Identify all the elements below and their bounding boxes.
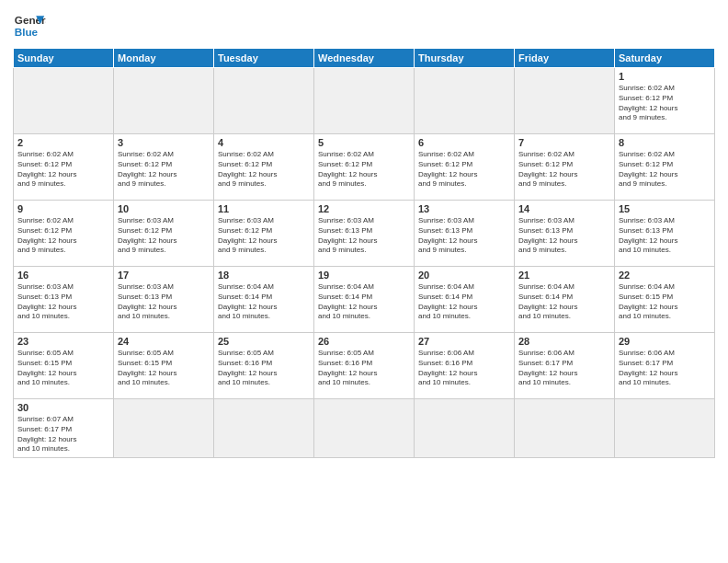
- cell-info: Sunrise: 6:02 AM Sunset: 6:12 PM Dayligh…: [619, 150, 711, 190]
- cell-info: Sunrise: 6:05 AM Sunset: 6:15 PM Dayligh…: [17, 349, 109, 388]
- calendar-cell: 29Sunrise: 6:06 AM Sunset: 6:17 PM Dayli…: [615, 333, 715, 399]
- calendar-week-2: 2Sunrise: 6:02 AM Sunset: 6:12 PM Daylig…: [14, 134, 715, 201]
- calendar-cell: 5Sunrise: 6:02 AM Sunset: 6:12 PM Daylig…: [314, 134, 415, 201]
- cell-info: Sunrise: 6:06 AM Sunset: 6:17 PM Dayligh…: [518, 349, 610, 388]
- cell-info: Sunrise: 6:06 AM Sunset: 6:16 PM Dayligh…: [418, 349, 510, 388]
- calendar-cell: 1Sunrise: 6:02 AM Sunset: 6:12 PM Daylig…: [615, 68, 715, 134]
- cell-info: Sunrise: 6:02 AM Sunset: 6:12 PM Dayligh…: [418, 150, 510, 190]
- calendar-cell: 20Sunrise: 6:04 AM Sunset: 6:14 PM Dayli…: [415, 267, 515, 333]
- calendar-cell: [114, 399, 214, 458]
- cell-info: Sunrise: 6:02 AM Sunset: 6:12 PM Dayligh…: [218, 150, 310, 190]
- day-number: 13: [418, 203, 510, 214]
- day-number: 23: [17, 336, 109, 347]
- cell-info: Sunrise: 6:05 AM Sunset: 6:16 PM Dayligh…: [218, 349, 310, 388]
- cell-info: Sunrise: 6:04 AM Sunset: 6:14 PM Dayligh…: [318, 282, 410, 322]
- cell-info: Sunrise: 6:03 AM Sunset: 6:13 PM Dayligh…: [318, 216, 410, 256]
- calendar-week-3: 9Sunrise: 6:02 AM Sunset: 6:12 PM Daylig…: [14, 201, 715, 267]
- calendar-cell: 4Sunrise: 6:02 AM Sunset: 6:12 PM Daylig…: [214, 134, 314, 201]
- calendar-cell: [415, 399, 515, 458]
- day-number: 6: [418, 137, 510, 148]
- calendar-cell: 24Sunrise: 6:05 AM Sunset: 6:15 PM Dayli…: [114, 333, 214, 399]
- cell-info: Sunrise: 6:07 AM Sunset: 6:17 PM Dayligh…: [17, 415, 109, 454]
- day-number: 3: [118, 137, 210, 148]
- calendar-cell: 9Sunrise: 6:02 AM Sunset: 6:12 PM Daylig…: [14, 201, 114, 267]
- cell-info: Sunrise: 6:03 AM Sunset: 6:13 PM Dayligh…: [619, 216, 711, 256]
- calendar-cell: [314, 68, 415, 134]
- header: General Blue: [13, 9, 715, 42]
- day-number: 2: [17, 137, 109, 148]
- cell-info: Sunrise: 6:03 AM Sunset: 6:12 PM Dayligh…: [218, 216, 310, 256]
- calendar-cell: 13Sunrise: 6:03 AM Sunset: 6:13 PM Dayli…: [415, 201, 515, 267]
- day-number: 18: [218, 270, 310, 281]
- svg-text:Blue: Blue: [15, 26, 39, 38]
- calendar-cell: 10Sunrise: 6:03 AM Sunset: 6:12 PM Dayli…: [114, 201, 214, 267]
- calendar-cell: 14Sunrise: 6:03 AM Sunset: 6:13 PM Dayli…: [515, 201, 615, 267]
- day-of-week-wednesday: Wednesday: [314, 49, 415, 68]
- day-number: 29: [619, 336, 711, 347]
- calendar-week-5: 23Sunrise: 6:05 AM Sunset: 6:15 PM Dayli…: [14, 333, 715, 399]
- calendar-cell: [515, 68, 615, 134]
- logo-icon: General Blue: [13, 9, 46, 42]
- cell-info: Sunrise: 6:04 AM Sunset: 6:14 PM Dayligh…: [418, 282, 510, 322]
- cell-info: Sunrise: 6:06 AM Sunset: 6:17 PM Dayligh…: [619, 349, 711, 388]
- cell-info: Sunrise: 6:02 AM Sunset: 6:12 PM Dayligh…: [118, 150, 210, 190]
- day-number: 8: [619, 137, 711, 148]
- calendar-cell: [615, 399, 715, 458]
- cell-info: Sunrise: 6:03 AM Sunset: 6:13 PM Dayligh…: [518, 216, 610, 256]
- day-number: 16: [17, 270, 109, 281]
- calendar-cell: 11Sunrise: 6:03 AM Sunset: 6:12 PM Dayli…: [214, 201, 314, 267]
- calendar-header-row: SundayMondayTuesdayWednesdayThursdayFrid…: [14, 49, 715, 68]
- calendar-cell: 30Sunrise: 6:07 AM Sunset: 6:17 PM Dayli…: [14, 399, 114, 458]
- cell-info: Sunrise: 6:02 AM Sunset: 6:12 PM Dayligh…: [17, 150, 109, 190]
- day-number: 5: [318, 137, 410, 148]
- day-number: 7: [518, 137, 610, 148]
- day-number: 28: [518, 336, 610, 347]
- calendar-cell: [314, 399, 415, 458]
- day-of-week-monday: Monday: [114, 49, 214, 68]
- calendar-cell: [14, 68, 114, 134]
- calendar-cell: 22Sunrise: 6:04 AM Sunset: 6:15 PM Dayli…: [615, 267, 715, 333]
- calendar-cell: 3Sunrise: 6:02 AM Sunset: 6:12 PM Daylig…: [114, 134, 214, 201]
- calendar-cell: [515, 399, 615, 458]
- calendar-cell: [415, 68, 515, 134]
- cell-info: Sunrise: 6:02 AM Sunset: 6:12 PM Dayligh…: [17, 216, 109, 256]
- calendar-cell: 17Sunrise: 6:03 AM Sunset: 6:13 PM Dayli…: [114, 267, 214, 333]
- calendar-cell: 2Sunrise: 6:02 AM Sunset: 6:12 PM Daylig…: [14, 134, 114, 201]
- day-number: 9: [17, 203, 109, 214]
- logo: General Blue: [13, 9, 46, 42]
- day-number: 21: [518, 270, 610, 281]
- calendar-week-6: 30Sunrise: 6:07 AM Sunset: 6:17 PM Dayli…: [14, 399, 715, 458]
- day-number: 4: [218, 137, 310, 148]
- day-number: 25: [218, 336, 310, 347]
- calendar-week-1: 1Sunrise: 6:02 AM Sunset: 6:12 PM Daylig…: [14, 68, 715, 134]
- calendar-cell: 7Sunrise: 6:02 AM Sunset: 6:12 PM Daylig…: [515, 134, 615, 201]
- calendar-cell: 15Sunrise: 6:03 AM Sunset: 6:13 PM Dayli…: [615, 201, 715, 267]
- page: General Blue SundayMondayTuesdayWednesda…: [0, 0, 728, 563]
- calendar-cell: [214, 68, 314, 134]
- day-number: 17: [118, 270, 210, 281]
- calendar-cell: 21Sunrise: 6:04 AM Sunset: 6:14 PM Dayli…: [515, 267, 615, 333]
- day-number: 12: [318, 203, 410, 214]
- cell-info: Sunrise: 6:03 AM Sunset: 6:12 PM Dayligh…: [118, 216, 210, 256]
- cell-info: Sunrise: 6:03 AM Sunset: 6:13 PM Dayligh…: [118, 282, 210, 322]
- cell-info: Sunrise: 6:05 AM Sunset: 6:16 PM Dayligh…: [318, 349, 410, 388]
- calendar-cell: 16Sunrise: 6:03 AM Sunset: 6:13 PM Dayli…: [14, 267, 114, 333]
- day-number: 10: [118, 203, 210, 214]
- cell-info: Sunrise: 6:05 AM Sunset: 6:15 PM Dayligh…: [118, 349, 210, 388]
- day-number: 14: [518, 203, 610, 214]
- calendar-week-4: 16Sunrise: 6:03 AM Sunset: 6:13 PM Dayli…: [14, 267, 715, 333]
- day-of-week-thursday: Thursday: [415, 49, 515, 68]
- cell-info: Sunrise: 6:02 AM Sunset: 6:12 PM Dayligh…: [318, 150, 410, 190]
- day-number: 27: [418, 336, 510, 347]
- cell-info: Sunrise: 6:03 AM Sunset: 6:13 PM Dayligh…: [17, 282, 109, 322]
- cell-info: Sunrise: 6:02 AM Sunset: 6:12 PM Dayligh…: [619, 84, 711, 123]
- calendar-cell: 23Sunrise: 6:05 AM Sunset: 6:15 PM Dayli…: [14, 333, 114, 399]
- day-number: 30: [17, 402, 109, 413]
- day-number: 20: [418, 270, 510, 281]
- cell-info: Sunrise: 6:02 AM Sunset: 6:12 PM Dayligh…: [518, 150, 610, 190]
- day-of-week-tuesday: Tuesday: [214, 49, 314, 68]
- calendar-cell: 8Sunrise: 6:02 AM Sunset: 6:12 PM Daylig…: [615, 134, 715, 201]
- calendar-cell: 18Sunrise: 6:04 AM Sunset: 6:14 PM Dayli…: [214, 267, 314, 333]
- day-of-week-friday: Friday: [515, 49, 615, 68]
- cell-info: Sunrise: 6:04 AM Sunset: 6:14 PM Dayligh…: [218, 282, 310, 322]
